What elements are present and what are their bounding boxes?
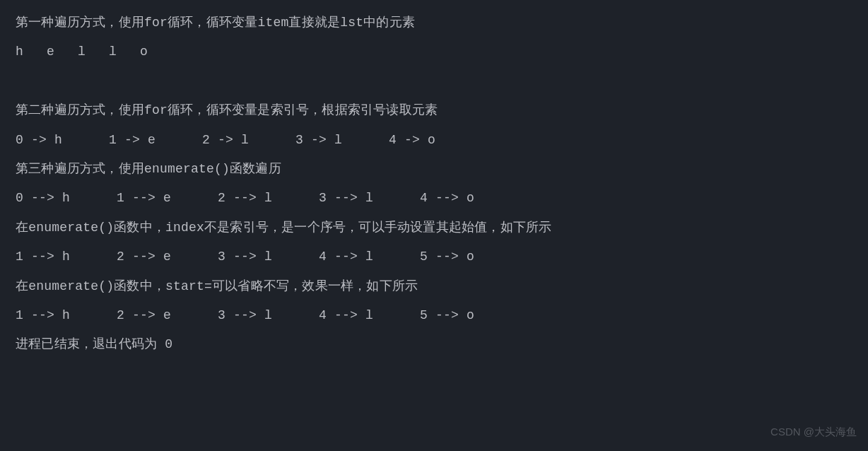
output-line: 0 -> h 1 -> e 2 -> l 3 -> l 4 -> o (16, 126, 852, 155)
output-blank-line (16, 67, 852, 96)
output-line: 第二种遍历方式，使用for循环，循环变量是索引号，根据索引号读取元素 (16, 96, 852, 125)
output-line: 进程已结束，退出代码为 0 (16, 330, 852, 359)
output-line: 1 --> h 2 --> e 3 --> l 4 --> l 5 --> o (16, 301, 852, 330)
output-line: 1 --> h 2 --> e 3 --> l 4 --> l 5 --> o (16, 242, 852, 271)
output-line: 0 --> h 1 --> e 2 --> l 3 --> l 4 --> o (16, 184, 852, 213)
console-output: 第一种遍历方式，使用for循环，循环变量item直接就是lst中的元素 h e … (16, 8, 852, 360)
output-line: 第三种遍历方式，使用enumerate()函数遍历 (16, 155, 852, 184)
output-line: h e l l o (16, 37, 852, 66)
output-line: 在enumerate()函数中，start=可以省略不写，效果一样，如下所示 (16, 272, 852, 301)
output-line: 第一种遍历方式，使用for循环，循环变量item直接就是lst中的元素 (16, 8, 852, 37)
watermark: CSDN @大头海鱼 (770, 420, 857, 445)
output-line: 在enumerate()函数中，index不是索引号，是一个序号，可以手动设置其… (16, 213, 852, 242)
